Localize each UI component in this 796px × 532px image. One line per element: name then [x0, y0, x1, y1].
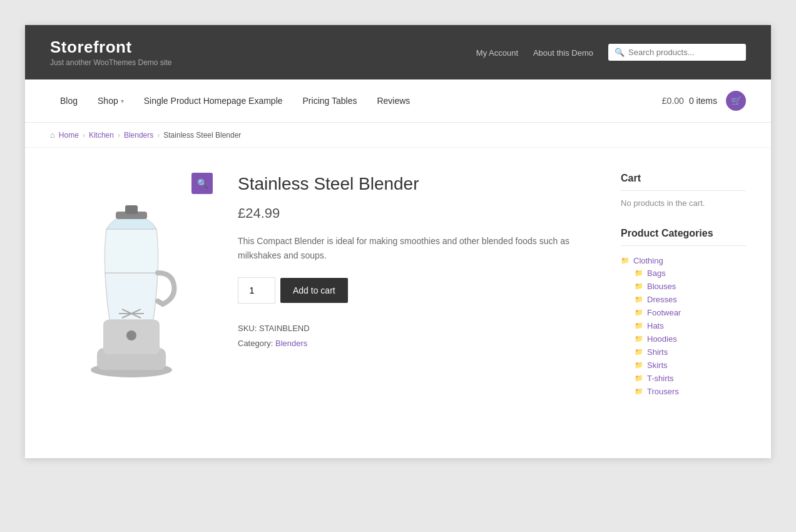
breadcrumb-current: Stainless Steel Blender [163, 131, 241, 140]
folder-icon: 📁 [635, 387, 643, 396]
product-title: Stainless Steel Blender [238, 173, 596, 195]
folder-icon: 📁 [635, 374, 643, 382]
sku-value: STAINBLEND [259, 324, 310, 333]
subcategory-link-tshirts[interactable]: 📁T-shirts [635, 374, 746, 383]
svg-rect-5 [125, 205, 138, 214]
subcategory-link-shirts[interactable]: 📁Shirts [635, 347, 746, 357]
categories-sidebar-title: Product Categories [621, 228, 746, 246]
site-nav: Blog Shop ▾ Single Product Homepage Exam… [25, 79, 771, 123]
subcategory-link-hats[interactable]: 📁Hats [635, 321, 746, 330]
sidebar: Cart No products in the cart. Product Ca… [621, 173, 746, 421]
folder-icon: 📁 [635, 295, 643, 304]
folder-icon: 📁 [635, 282, 643, 290]
folder-icon: 📁 [635, 322, 643, 330]
breadcrumb: ⌂ Home › Kitchen › Blenders › Stainless … [50, 130, 746, 140]
about-demo-link[interactable]: About this Demo [533, 48, 593, 58]
breadcrumb-home[interactable]: Home [59, 131, 79, 140]
subcategory-list-clothing: 📁Bags 📁Blouses 📁Dresses 📁Footwear 📁Hats … [621, 267, 746, 398]
category-link-clothing[interactable]: 📁 Clothing [621, 256, 746, 265]
product-price: £24.99 [238, 205, 596, 222]
site-description: Just another WooThemes Demo site [50, 58, 172, 67]
breadcrumb-sep-2: › [118, 131, 120, 140]
cart-link[interactable]: £0.00 0 items 🛒 [662, 79, 746, 122]
cart-amount: £0.00 [662, 96, 684, 106]
nav-link-reviews[interactable]: Reviews [367, 84, 420, 117]
site-header: Storefront Just another WooThemes Demo s… [25, 25, 771, 79]
main-menu: Blog Shop ▾ Single Product Homepage Exam… [50, 84, 420, 117]
subcategory-link-footwear[interactable]: 📁Footwear [635, 308, 746, 317]
breadcrumb-sep-1: › [83, 131, 85, 140]
category-list: 📁 Clothing 📁Bags 📁Blouses 📁Dresses 📁Foot… [621, 253, 746, 401]
subcategory-link-skirts[interactable]: 📁Skirts [635, 361, 746, 370]
product-sku: SKU: STAINBLEND [238, 321, 596, 335]
header-nav: My Account About this Demo [464, 48, 593, 58]
site-branding: Storefront Just another WooThemes Demo s… [50, 38, 172, 67]
product-area: 🔍 [50, 173, 596, 421]
list-item: 📁Blouses [635, 280, 746, 293]
cart-sidebar-title: Cart [621, 173, 746, 191]
product-meta: SKU: STAINBLEND Category: Blenders [238, 321, 596, 350]
main-content: 🔍 [25, 148, 771, 458]
home-icon: ⌂ [50, 130, 55, 140]
zoom-button[interactable]: 🔍 [191, 173, 213, 194]
breadcrumb-kitchen[interactable]: Kitchen [89, 131, 114, 140]
breadcrumb-sep-3: › [157, 131, 160, 140]
product-image-wrap: 🔍 [50, 173, 213, 421]
list-item: 📁Trousers [635, 385, 746, 398]
nav-link-pricing[interactable]: Pricing Tables [293, 84, 367, 117]
breadcrumb-blenders[interactable]: Blenders [124, 131, 153, 140]
folder-icon: 📁 [635, 348, 643, 356]
list-item: 📁Shirts [635, 345, 746, 359]
subcategory-link-hoodies[interactable]: 📁Hoodies [635, 334, 746, 344]
search-icon: 🔍 [615, 48, 625, 57]
list-item: 📁Footwear [635, 306, 746, 319]
product-description: This Compact Blender is ideal for making… [238, 234, 596, 262]
my-account-link[interactable]: My Account [476, 48, 518, 58]
folder-icon: 📁 [635, 309, 643, 317]
subcategory-link-blouses[interactable]: 📁Blouses [635, 282, 746, 291]
subcategory-link-dresses[interactable]: 📁Dresses [635, 295, 746, 304]
folder-icon: 📁 [621, 257, 630, 265]
quantity-input[interactable]: 1 [238, 277, 275, 304]
list-item: 📁Dresses [635, 293, 746, 306]
nav-link-shop[interactable]: Shop ▾ [88, 84, 134, 117]
search-input[interactable] [628, 48, 740, 57]
product-details: Stainless Steel Blender £24.99 This Comp… [238, 173, 596, 421]
cart-empty-message: No products in the cart. [621, 198, 746, 208]
site-title: Storefront [50, 38, 172, 57]
list-item: 📁Hats [635, 319, 746, 332]
folder-icon: 📁 [635, 269, 643, 277]
breadcrumb-wrap: ⌂ Home › Kitchen › Blenders › Stainless … [25, 123, 771, 148]
list-item: 📁Skirts [635, 359, 746, 372]
nav-item-single-product: Single Product Homepage Example [134, 84, 293, 117]
list-item: 📁Bags [635, 267, 746, 280]
nav-link-blog[interactable]: Blog [50, 84, 88, 117]
subcategory-link-trousers[interactable]: 📁Trousers [635, 387, 746, 396]
nav-item-reviews: Reviews [367, 84, 420, 117]
chevron-down-icon: ▾ [121, 98, 124, 105]
sidebar-cart-section: Cart No products in the cart. [621, 173, 746, 208]
product-category: Category: Blenders [238, 336, 596, 350]
nav-item-blog: Blog [50, 84, 88, 117]
folder-icon: 📁 [635, 335, 643, 343]
folder-icon: 📁 [635, 361, 643, 369]
category-label: Category: [238, 339, 273, 348]
list-item: 📁T-shirts [635, 372, 746, 385]
category-item-clothing: 📁 Clothing 📁Bags 📁Blouses 📁Dresses 📁Foot… [621, 253, 746, 401]
header-right: My Account About this Demo 🔍 [464, 44, 746, 61]
nav-link-single-product[interactable]: Single Product Homepage Example [134, 84, 293, 117]
product-image [63, 185, 200, 386]
sku-label: SKU: [238, 324, 257, 333]
subcategory-link-bags[interactable]: 📁Bags [635, 269, 746, 278]
list-item: 📁Hoodies [635, 332, 746, 345]
cart-icon: 🛒 [726, 91, 746, 111]
category-link[interactable]: Blenders [275, 339, 307, 348]
nav-item-shop: Shop ▾ [88, 84, 134, 117]
add-to-cart-button[interactable]: Add to cart [280, 278, 348, 303]
sidebar-categories-section: Product Categories 📁 Clothing 📁Bags 📁Blo… [621, 228, 746, 401]
svg-point-3 [126, 330, 136, 340]
search-form: 🔍 [608, 44, 746, 61]
nav-item-pricing: Pricing Tables [293, 84, 367, 117]
cart-items-count: 0 items [689, 96, 717, 106]
add-to-cart-row: 1 Add to cart [238, 277, 596, 304]
